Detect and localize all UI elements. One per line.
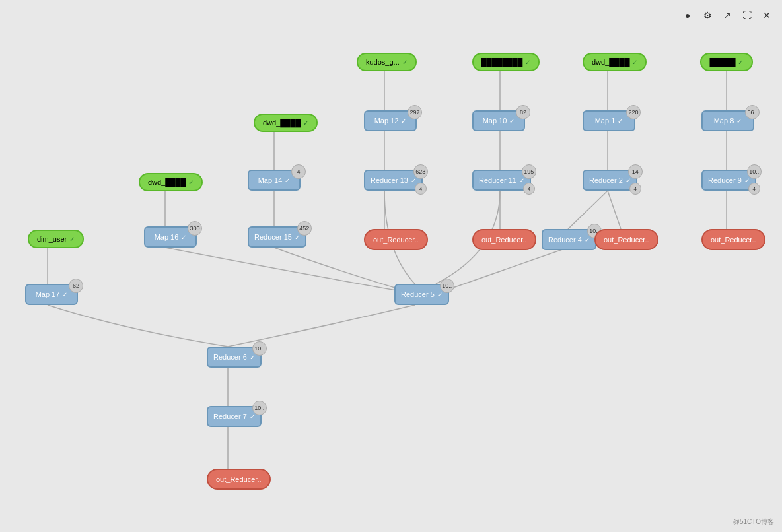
check-icon-map17: ✓ [62,291,67,298]
badge-reducer2: 14 [628,164,643,179]
node-map12[interactable]: Map 12 ✓297 [364,110,417,131]
node-label-anon1: ████████ [481,58,522,66]
check-icon-map14: ✓ [285,177,290,184]
node-label-reducer2: Reducer 2 [589,176,623,184]
badge-map10: 82 [516,105,530,119]
node-label-map8: Map 8 [714,117,734,125]
node-out_reducer_e[interactable]: out_Reducer.. [207,469,271,490]
node-reducer2[interactable]: Reducer 2 ✓144 [583,170,637,191]
badge-map12: 297 [408,105,422,119]
node-label-reducer11: Reducer 11 [479,176,516,184]
badge-map8: 56.. [745,105,760,119]
check-icon-dim_user: ✓ [69,236,75,243]
node-kudos_g[interactable]: kudos_g... ✓ [357,53,417,71]
node-label-out_reducer_a: out_Reducer.. [373,236,419,244]
badge-reducer7: 10.. [252,401,267,415]
svg-line-14 [608,191,621,229]
check-icon-reducer6: ✓ [250,354,255,361]
check-icon-reducer13: ✓ [411,177,416,184]
gear-icon[interactable]: ⚙ [700,8,715,22]
svg-line-13 [568,191,608,229]
badge-reducer11: 195 [522,164,536,179]
node-label-reducer9: Reducer 9 [708,176,742,184]
check-icon-anon1: ✓ [525,59,530,66]
node-label-kudos_g: kudos_g... [366,58,400,66]
badge-map14: 4 [291,164,306,179]
node-anon1[interactable]: ████████ ✓ [472,53,540,71]
check-icon-map1: ✓ [618,117,623,125]
toolbar: ● ⚙ ↗ ⛶ ✕ [680,8,774,22]
check-icon-reducer9: ✓ [744,177,750,184]
badge-reducer9: 10.. [747,164,762,179]
share-icon[interactable]: ↗ [720,8,734,22]
node-label-map17: Map 17 [36,290,60,298]
node-label-reducer5: Reducer 5 [401,290,435,298]
node-map10[interactable]: Map 10 ✓82 [472,110,525,131]
badge-inner-reducer9: 4 [748,183,760,195]
node-map1[interactable]: Map 1 ✓220 [583,110,635,131]
node-label-reducer7: Reducer 7 [213,413,247,420]
node-reducer5[interactable]: Reducer 5 ✓10.. [394,284,449,305]
node-label-map12: Map 12 [374,117,399,125]
badge-inner-reducer2: 4 [629,183,641,195]
badge-inner-reducer11: 4 [523,183,535,195]
node-label-dwd_left: dwd_████ [148,178,186,186]
badge-map16: 300 [188,221,202,236]
circle-icon[interactable]: ● [680,8,695,22]
check-icon-map12: ✓ [401,117,406,125]
expand-icon[interactable]: ⛶ [740,8,754,22]
node-label-out_reducer_e: out_Reducer.. [216,475,262,483]
node-reducer4[interactable]: Reducer 4 ✓10.. [542,229,596,250]
node-map17[interactable]: Map 17 ✓62 [25,284,78,305]
node-label-dwd_top: dwd_████ [592,58,629,66]
watermark: @51CTO博客 [733,517,774,527]
node-out_reducer_b[interactable]: out_Reducer.. [472,229,536,250]
node-out_reducer_d[interactable]: out_Reducer.. [701,229,765,250]
node-dim_user[interactable]: dim_user ✓ [28,230,84,248]
node-reducer7[interactable]: Reducer 7 ✓10.. [207,406,262,427]
badge-inner-reducer13: 4 [415,183,427,195]
node-reducer13[interactable]: Reducer 13 ✓6234 [364,170,423,191]
check-icon-reducer11: ✓ [519,177,524,184]
node-label-reducer4: Reducer 4 [548,236,582,244]
check-icon-kudos_g: ✓ [402,59,408,66]
node-label-out_reducer_c: out_Reducer.. [604,236,649,244]
node-label-map16: Map 16 [155,233,179,241]
node-anon2[interactable]: █████ ✓ [700,53,753,71]
node-dwd_mid[interactable]: dwd_████ ✓ [254,114,318,132]
check-icon-reducer7: ✓ [250,413,255,420]
node-label-map10: Map 10 [483,117,507,125]
check-icon-map8: ✓ [736,117,742,125]
node-label-dwd_mid: dwd_████ [263,119,301,127]
node-reducer11[interactable]: Reducer 11 ✓1954 [472,170,531,191]
node-label-reducer15: Reducer 15 [254,233,292,241]
check-icon-dwd_top: ✓ [632,59,637,66]
badge-reducer15: 452 [297,221,312,236]
check-icon-reducer15: ✓ [295,234,300,241]
check-icon-anon2: ✓ [738,59,743,66]
node-map8[interactable]: Map 8 ✓56.. [701,110,754,131]
badge-reducer6: 10.. [252,341,267,356]
badge-map1: 220 [626,105,641,119]
node-reducer9[interactable]: Reducer 9 ✓10..4 [701,170,756,191]
node-label-out_reducer_b: out_Reducer.. [481,236,527,244]
check-icon-dwd_left: ✓ [188,179,194,186]
badge-map17: 62 [69,279,83,293]
node-out_reducer_c[interactable]: out_Reducer.. [594,229,658,250]
check-icon-map10: ✓ [509,117,515,125]
node-dwd_left[interactable]: dwd_████ ✓ [139,173,203,191]
node-dwd_top[interactable]: dwd_████ ✓ [583,53,647,71]
node-label-reducer6: Reducer 6 [213,353,247,361]
node-map14[interactable]: Map 14 ✓4 [248,170,301,191]
node-label-anon2: █████ [710,58,736,66]
node-label-map1: Map 1 [595,117,616,125]
node-label-dim_user: dim_user [37,235,67,243]
node-out_reducer_a[interactable]: out_Reducer.. [364,229,428,250]
node-reducer15[interactable]: Reducer 15 ✓452 [248,226,306,248]
badge-reducer5: 10.. [440,279,454,293]
node-reducer6[interactable]: Reducer 6 ✓10.. [207,347,262,368]
check-icon-reducer2: ✓ [625,177,631,184]
node-label-out_reducer_d: out_Reducer.. [711,236,756,244]
collapse-icon[interactable]: ✕ [760,8,774,22]
node-map16[interactable]: Map 16 ✓300 [144,226,197,248]
